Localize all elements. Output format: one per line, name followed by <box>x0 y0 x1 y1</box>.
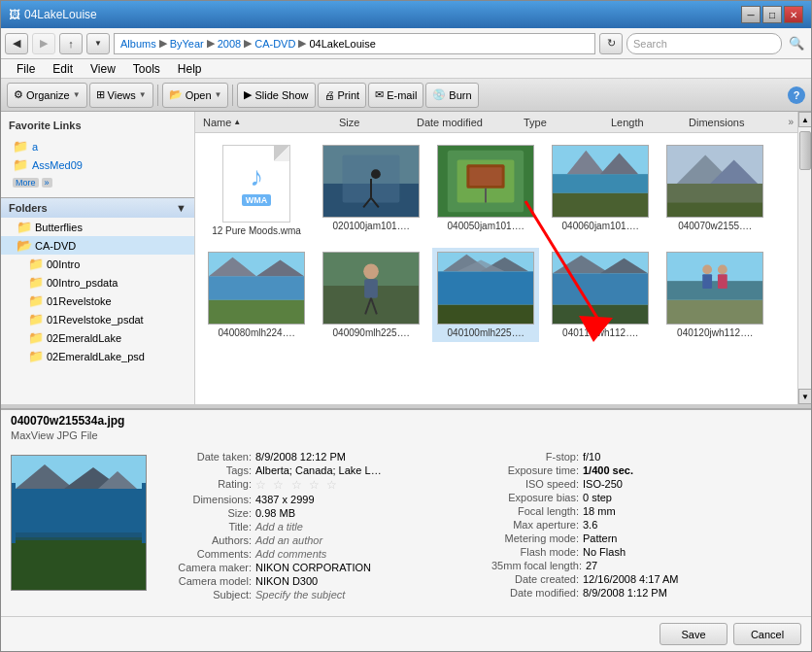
col-dims[interactable]: Dimensions <box>685 117 788 128</box>
info-row-aperture: Max aperture: 3.6 <box>491 519 803 531</box>
back-button[interactable]: ◀ <box>5 33 28 54</box>
folder-ca-dvd[interactable]: 📂 CA-DVD <box>1 236 194 255</box>
forward-button[interactable]: ▶ <box>32 33 55 54</box>
info-row-fstop: F-stop: f/10 <box>491 451 803 463</box>
help-button[interactable]: ? <box>788 86 805 104</box>
col-type-label: Type <box>524 117 547 128</box>
file-040120[interactable]: 040120jwh112…. <box>661 248 768 342</box>
menu-tools[interactable]: Tools <box>125 61 168 77</box>
info-row-exposure: Exposure time: 1/400 sec. <box>491 464 803 476</box>
folder-01revelstoke-psdat[interactable]: 📁 01Revelstoke_psdat <box>1 310 194 328</box>
burn-label: Burn <box>449 89 471 101</box>
favorite-assmed09[interactable]: 📁 AssMed09 <box>9 155 186 174</box>
svg-rect-13 <box>469 167 501 186</box>
folder-butterflies[interactable]: 📁 Butterflies <box>1 218 194 236</box>
toolbar: ⚙ Organize ▼ ⊞ Views ▼ 📂 Open ▼ ▶ Slide … <box>1 79 811 112</box>
file-040110[interactable]: 040110jwh112…. <box>547 248 654 342</box>
crumb-ca-dvd: CA-DVD <box>254 38 295 50</box>
filetype: MaxView JPG File <box>11 429 98 441</box>
print-icon: 🖨 <box>324 89 335 101</box>
save-button[interactable]: Save <box>660 623 727 645</box>
value-comments[interactable]: Add comments <box>255 548 476 560</box>
file-040100[interactable]: 040100mlh225…. <box>432 248 539 342</box>
label-comments: Comments: <box>164 548 252 560</box>
file-label: 040050jam101…. <box>437 221 534 231</box>
col-more-button[interactable]: » <box>788 117 794 127</box>
svg-rect-49 <box>667 300 762 325</box>
value-authors[interactable]: Add an author <box>255 534 476 546</box>
scrollbar-thumb[interactable] <box>799 131 811 170</box>
menu-edit[interactable]: Edit <box>45 61 81 77</box>
minimize-button[interactable]: ─ <box>741 6 761 23</box>
maximize-button[interactable]: □ <box>762 6 782 23</box>
col-date[interactable]: Date modified <box>413 117 520 128</box>
burn-button[interactable]: 💿 Burn <box>425 83 478 108</box>
recent-button[interactable]: ▼ <box>86 33 110 54</box>
value-metering: Pattern <box>583 532 803 544</box>
file-wma[interactable]: ♪ WMA 12 Pure Moods.wma <box>203 141 310 240</box>
value-subject[interactable]: Specify the subject <box>255 589 476 601</box>
sort-arrow-icon: ▲ <box>233 118 241 126</box>
folder-icon: 📁 <box>28 349 44 363</box>
file-label: 020100jam101…. <box>322 221 420 231</box>
file-label: 040060jam101…. <box>552 221 649 231</box>
crumb-current: 04LakeLouise <box>309 38 376 50</box>
slideshow-button[interactable]: ▶ Slide Show <box>237 83 315 108</box>
search-button[interactable]: 🔍 <box>786 33 807 54</box>
organize-button[interactable]: ⚙ Organize ▼ <box>7 83 87 108</box>
fav-label-a: a <box>32 141 38 153</box>
folder-00intro[interactable]: 📁 00Intro <box>1 255 194 273</box>
svg-rect-48 <box>667 281 762 300</box>
cancel-button[interactable]: Cancel <box>733 623 801 645</box>
folder-00intro-psdata[interactable]: 📁 00Intro_psdata <box>1 273 194 292</box>
file-040070[interactable]: 040070w2155…. <box>661 141 768 240</box>
label-focal: Focal length: <box>491 505 579 517</box>
folder-02emeraldlake-psd[interactable]: 📁 02EmeraldLake_psd <box>1 347 194 365</box>
info-col-left: Date taken: 8/9/2008 12:12 PM Tags: Albe… <box>156 451 484 610</box>
file-label: 040090mlh225…. <box>322 327 420 338</box>
col-size[interactable]: Size <box>335 117 413 128</box>
menu-help[interactable]: Help <box>170 61 210 77</box>
file-020100[interactable]: 020100jam101…. <box>318 141 424 240</box>
folder-01revelstoke[interactable]: 📁 01Revelstoke <box>1 292 194 310</box>
col-length[interactable]: Length <box>607 117 685 128</box>
refresh-button[interactable]: ↻ <box>599 33 623 54</box>
more-link[interactable]: More » <box>9 174 186 189</box>
thumbnail-img <box>666 145 763 218</box>
crumb-2008: 2008 <box>218 38 241 50</box>
favorite-a[interactable]: 📁 a <box>9 137 186 155</box>
folder-icon: 📁 <box>28 257 44 271</box>
burn-icon: 💿 <box>432 88 446 101</box>
email-button[interactable]: ✉ E-mail <box>368 83 423 108</box>
folder-02emeraldlake[interactable]: 📁 02EmeraldLake <box>1 328 194 347</box>
col-name[interactable]: Name ▲ <box>199 117 335 128</box>
label-exp-bias: Exposure bias: <box>491 492 579 503</box>
file-040080[interactable]: 040080mlh224…. <box>203 248 310 342</box>
address-path[interactable]: Albums ▶ ByYear ▶ 2008 ▶ CA-DVD ▶ 04Lake… <box>114 33 595 54</box>
print-button[interactable]: 🖨 Print <box>318 83 367 108</box>
menu-view[interactable]: View <box>83 61 123 77</box>
scroll-up-button[interactable]: ▲ <box>798 112 811 127</box>
views-button[interactable]: ⊞ Views ▼ <box>89 83 153 108</box>
window-title: 04LakeLouise <box>24 8 97 21</box>
file-040090[interactable]: 040090mlh225…. <box>318 248 424 342</box>
open-button[interactable]: 📂 Open ▼ <box>162 83 229 108</box>
folders-collapse-icon: ▼ <box>176 202 186 214</box>
file-area: Name ▲ Size Date modified Type Length Di… <box>195 112 797 404</box>
rating-stars[interactable]: ☆ ☆ ☆ ☆ ☆ <box>255 478 339 492</box>
col-type[interactable]: Type <box>520 117 607 128</box>
label-fstop: F-stop: <box>491 451 579 463</box>
scroll-down-button[interactable]: ▼ <box>798 389 811 404</box>
file-label: 040080mlh224…. <box>208 327 305 338</box>
value-title[interactable]: Add a title <box>255 521 476 532</box>
up-button[interactable]: ↑ <box>59 33 83 54</box>
filetype-bar: MaxView JPG File <box>1 429 811 445</box>
file-040060[interactable]: 040060jam101…. <box>547 141 654 240</box>
folders-header[interactable]: Folders ▼ <box>1 197 194 218</box>
file-040050[interactable]: 040050jam101…. <box>432 141 539 240</box>
folder-icon: 📁 <box>28 330 44 345</box>
scrollbar-track[interactable]: ▲ ▼ <box>797 112 811 404</box>
close-button[interactable]: ✕ <box>784 6 803 23</box>
menu-file[interactable]: File <box>9 61 43 77</box>
value-dimensions: 4387 x 2999 <box>255 494 476 505</box>
